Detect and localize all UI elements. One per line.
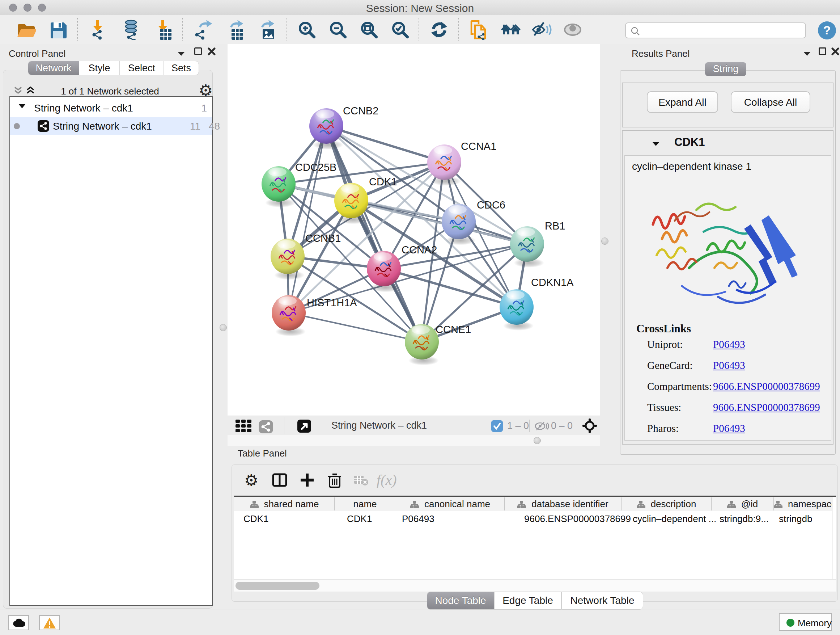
zoom-selected-icon[interactable] bbox=[389, 19, 409, 40]
tab-node-table[interactable]: Node Table bbox=[427, 592, 494, 610]
column-separator[interactable] bbox=[774, 497, 774, 510]
crosslink-value[interactable]: P06493 bbox=[713, 339, 745, 350]
network-view-share-icon[interactable] bbox=[258, 420, 273, 433]
import-network-icon[interactable] bbox=[87, 19, 107, 40]
tab-select[interactable]: Select bbox=[120, 61, 164, 75]
network-node-CDC6[interactable] bbox=[442, 204, 476, 245]
tab-network[interactable]: Network bbox=[28, 61, 79, 75]
export-table-icon[interactable] bbox=[224, 19, 244, 40]
network-edge[interactable] bbox=[289, 126, 326, 313]
crosslink-value[interactable]: P06493 bbox=[713, 359, 745, 371]
help-button[interactable]: ? bbox=[818, 21, 836, 40]
table-hscrollbar-thumb[interactable] bbox=[235, 582, 319, 590]
collapse-all-chevron-icon[interactable] bbox=[13, 86, 23, 95]
crosslink-value[interactable]: 9606.ENSP00000378699 bbox=[713, 402, 820, 413]
column-header-database-identifier[interactable]: database identifier bbox=[504, 497, 621, 511]
network-row-selected[interactable]: String Network – cdk1 11 48 bbox=[10, 117, 212, 135]
expand-all-button[interactable]: Expand All bbox=[647, 91, 718, 113]
results-panel-float-icon[interactable] bbox=[819, 48, 826, 55]
collapse-all-button[interactable]: Collapse All bbox=[731, 91, 810, 113]
horizontal-splitter[interactable] bbox=[227, 435, 600, 446]
cell-4[interactable]: cyclin–dependent ... bbox=[633, 513, 716, 524]
grid-view-icon[interactable] bbox=[235, 420, 252, 432]
search-input[interactable] bbox=[625, 22, 806, 38]
cell-2[interactable]: P06493 bbox=[402, 513, 434, 524]
zoom-fit-icon[interactable] bbox=[358, 19, 378, 40]
crosslink-value[interactable]: 9606.ENSP00000378699 bbox=[713, 380, 820, 393]
right-splitter-handle[interactable] bbox=[601, 238, 608, 245]
network-node-RB1[interactable] bbox=[510, 226, 544, 268]
results-panel-menu-icon[interactable] bbox=[803, 51, 812, 57]
tab-sets[interactable]: Sets bbox=[164, 61, 199, 75]
import-database-icon[interactable] bbox=[119, 19, 140, 40]
column-header--id[interactable]: @id bbox=[711, 497, 774, 511]
left-splitter-handle[interactable] bbox=[219, 324, 227, 331]
open-file-icon[interactable] bbox=[16, 19, 36, 40]
column-separator[interactable] bbox=[504, 497, 505, 510]
tab-edge-table[interactable]: Edge Table bbox=[494, 592, 561, 610]
export-network-icon[interactable] bbox=[193, 19, 213, 40]
zoom-out-icon[interactable] bbox=[327, 19, 347, 40]
home-icon[interactable] bbox=[501, 19, 521, 40]
network-node-CCNA1[interactable] bbox=[427, 144, 461, 186]
snapshot-icon[interactable] bbox=[469, 19, 489, 40]
memory-button[interactable]: Memory bbox=[779, 613, 832, 631]
cell-1[interactable]: CDK1 bbox=[347, 513, 372, 524]
crosshair-icon[interactable] bbox=[583, 418, 597, 433]
cloud-button[interactable] bbox=[8, 615, 29, 630]
control-panel-float-icon[interactable] bbox=[194, 48, 202, 55]
cell-3[interactable]: 9606.ENSP00000378699 bbox=[524, 513, 631, 524]
refresh-icon[interactable] bbox=[429, 19, 449, 40]
network-edge[interactable] bbox=[289, 313, 422, 342]
gene-expander-icon[interactable] bbox=[652, 141, 660, 147]
column-separator[interactable] bbox=[621, 497, 622, 510]
results-panel-close-icon[interactable] bbox=[831, 48, 839, 55]
network-node-CDK1[interactable] bbox=[334, 183, 368, 224]
network-node-CCNB1[interactable] bbox=[271, 239, 305, 280]
network-collection-row[interactable]: String Network – cdk1 1 bbox=[10, 98, 212, 115]
cell-0[interactable]: CDK1 bbox=[243, 513, 268, 524]
column-header-name[interactable]: name bbox=[334, 497, 396, 511]
tab-style[interactable]: Style bbox=[79, 61, 120, 75]
table-delete-icon[interactable] bbox=[326, 471, 343, 489]
expand-all-chevron-icon[interactable] bbox=[26, 86, 35, 95]
crosslink-row: Uniprot:P06493 bbox=[647, 339, 828, 350]
import-table-icon[interactable] bbox=[152, 19, 172, 40]
table-hscrollbar[interactable] bbox=[234, 579, 836, 592]
control-panel-close-icon[interactable] bbox=[208, 48, 216, 55]
table-vscrollbar[interactable] bbox=[832, 497, 836, 579]
cell-5[interactable]: stringdb:9... bbox=[720, 513, 769, 524]
save-session-icon[interactable] bbox=[48, 19, 68, 40]
warning-button[interactable] bbox=[39, 615, 60, 630]
column-header-shared-name[interactable]: shared name bbox=[234, 497, 334, 511]
crosslink-value[interactable]: P06493 bbox=[713, 423, 745, 434]
network-node-HIST1H1A[interactable] bbox=[272, 295, 306, 336]
column-separator[interactable] bbox=[396, 497, 396, 510]
column-header-canonical-name[interactable]: canonical name bbox=[396, 497, 504, 511]
control-panel-menu-icon[interactable] bbox=[177, 51, 186, 57]
network-node-CCNA2[interactable] bbox=[367, 251, 401, 292]
column-separator[interactable] bbox=[711, 497, 712, 510]
horizontal-splitter-handle[interactable] bbox=[534, 437, 541, 444]
zoom-in-icon[interactable] bbox=[296, 19, 316, 40]
network-canvas[interactable]: CCNB2CCNA1CDC25BCDK1CDC6RB1CCNB1CCNA2CDK… bbox=[227, 44, 600, 416]
column-header-namespace[interactable]: namespace bbox=[774, 497, 832, 511]
table-columns-icon[interactable] bbox=[271, 471, 288, 489]
table-gear-icon[interactable]: ⚙ bbox=[243, 471, 261, 489]
hide-eye-icon[interactable] bbox=[531, 19, 552, 40]
open-in-window-icon[interactable] bbox=[297, 420, 311, 432]
network-node-CDC25B[interactable] bbox=[262, 166, 295, 207]
network-node-CDKN1A[interactable] bbox=[500, 289, 534, 331]
eye-icon[interactable] bbox=[562, 19, 583, 40]
selected-checkbox[interactable] bbox=[491, 420, 503, 432]
column-header-description[interactable]: description bbox=[621, 497, 711, 511]
cell-6[interactable]: stringdb bbox=[779, 513, 813, 524]
table-add-icon[interactable] bbox=[298, 471, 316, 489]
network-node-CCNE1[interactable] bbox=[405, 324, 439, 365]
network-node-CCNB2[interactable] bbox=[309, 108, 343, 149]
tab-network-table[interactable]: Network Table bbox=[561, 592, 643, 610]
tab-string[interactable]: String bbox=[705, 62, 746, 76]
column-separator[interactable] bbox=[334, 497, 335, 510]
export-image-icon[interactable] bbox=[255, 19, 275, 40]
collection-expander-icon[interactable] bbox=[18, 103, 26, 109]
